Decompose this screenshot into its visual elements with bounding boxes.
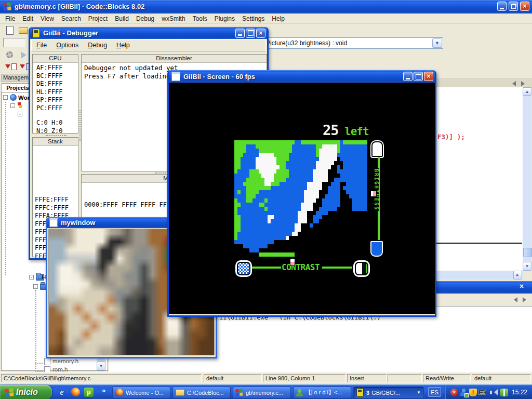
debugger-menu-debug[interactable]: Debug xyxy=(83,41,112,50)
taskbar-button-label: 【j o r d i】<... xyxy=(305,389,342,396)
menu-project[interactable]: Project xyxy=(85,14,111,23)
main-window-title: gb\memory.c [GiiBii] - Code::Blocks 8.02 xyxy=(15,3,144,10)
volume-icon[interactable] xyxy=(490,389,498,396)
language-indicator[interactable]: ES xyxy=(428,387,441,397)
screen-minimize-button[interactable] xyxy=(403,72,413,81)
main-restore-button[interactable] xyxy=(509,2,518,11)
menu-debug[interactable]: Debug xyxy=(132,14,158,23)
taskbar-button-messenger[interactable]: 【j o r d i】<... xyxy=(293,387,351,398)
open-file-icon[interactable] xyxy=(19,27,28,34)
messenger-tray-icon[interactable] xyxy=(460,389,468,396)
firefox-icon xyxy=(115,389,123,396)
start-button[interactable]: Inicio xyxy=(0,385,52,399)
tree-item-memory-h[interactable]: memory.h xyxy=(52,358,78,364)
editor-scroll-up-icon[interactable]: ▲ xyxy=(523,87,531,96)
security-warning-icon[interactable]: ! xyxy=(469,389,477,396)
menu-settings[interactable]: Settings xyxy=(238,14,268,23)
menu-plugins[interactable]: Plugins xyxy=(211,14,238,23)
menu-build[interactable]: Build xyxy=(111,14,132,23)
debugger-menu-options[interactable]: Options xyxy=(51,41,83,50)
firefox-icon[interactable] xyxy=(71,388,80,397)
cpu-panel: CPU AF:FFFF BC:FFFF DE:FFFF HL:FFFF SP:F… xyxy=(32,54,78,134)
register-bc: BC:FFFF xyxy=(36,72,78,81)
screen-titlebar[interactable]: GiiBii - Screen - 60 fps × xyxy=(169,70,435,83)
screen-close-button[interactable]: × xyxy=(424,72,433,81)
menu-view[interactable]: View xyxy=(37,14,58,23)
debug-run-to-cursor-icon[interactable] xyxy=(20,64,25,71)
subfolder-expander[interactable]: - xyxy=(33,284,38,289)
tab-scroll-right-icon[interactable] xyxy=(521,81,527,86)
taskbar-button-label: GB/GBC/... xyxy=(371,390,400,396)
debug-doc-icon[interactable] xyxy=(11,63,17,70)
mywindow-title: mywindow xyxy=(61,219,95,227)
taskbar-button-explorer[interactable]: C:\CodeBloc... xyxy=(172,387,231,398)
editor-code-fragment: F3)] ); xyxy=(437,133,465,141)
toolbar-combo-placeholder[interactable] xyxy=(3,38,26,47)
contrast-label: CONTRAST xyxy=(282,262,320,272)
symbol-combobox[interactable]: Picture(u32 brightness) : void ▼ xyxy=(262,37,443,49)
contrast-track-right xyxy=(322,267,352,269)
build-options-gear-icon[interactable] xyxy=(6,51,13,58)
debugger-menu-help[interactable]: Help xyxy=(112,41,135,50)
editor-scroll-down-icon[interactable]: ▼ xyxy=(523,262,531,271)
headers-expander[interactable]: - xyxy=(29,275,34,280)
tree-scroll-down-icon[interactable]: ▼ xyxy=(97,362,105,370)
taskbar-button-codeblocks[interactable]: gb\memory.c... xyxy=(233,387,291,398)
language-code: ES xyxy=(431,389,438,395)
menu-tools[interactable]: Tools xyxy=(189,14,211,23)
internet-explorer-icon[interactable]: e xyxy=(57,388,66,397)
clock[interactable]: 15:22 xyxy=(512,389,527,396)
gameboy-lcd: 25 left BRIGHTNESS CONTRAST xyxy=(169,83,435,314)
main-close-button[interactable]: × xyxy=(520,2,529,11)
register-sp: SP:FFFF xyxy=(36,96,78,104)
debugger-titlebar[interactable]: GiiBii - Debugger × xyxy=(30,27,267,39)
debugger-menubar: FileOptionsDebugHelp xyxy=(31,39,266,51)
menu-help[interactable]: Help xyxy=(268,14,288,23)
giibii-screen-window: GiiBii - Screen - 60 fps × 25 left BRIGH… xyxy=(167,70,436,317)
logs-tab-right-icon[interactable] xyxy=(523,297,529,302)
editor-vscroll-thumb[interactable] xyxy=(523,248,532,257)
editor-divider-line xyxy=(436,243,522,244)
status-encoding: default xyxy=(204,374,262,382)
debugger-maximize-button[interactable] xyxy=(246,29,255,38)
update-package-icon[interactable] xyxy=(500,389,508,396)
menu-wxsmith[interactable]: wxSmith xyxy=(158,14,189,23)
keyboard-status-icon[interactable]: ✓ xyxy=(478,390,486,395)
taskbar-button-giibii-group[interactable]: 3 GB/GBC/... ▼ xyxy=(353,387,424,398)
quicklaunch-chevron[interactable]: » xyxy=(102,387,105,394)
debugger-menu-file[interactable]: File xyxy=(32,41,51,50)
workspace-expander[interactable]: - xyxy=(3,95,8,100)
utorrent-icon[interactable]: µ xyxy=(84,388,94,397)
contrast-low-icon xyxy=(237,262,250,275)
logs-tab-left-icon[interactable] xyxy=(511,297,517,302)
codeblocks-logo-icon xyxy=(236,389,244,396)
register-pc: PC:FFFF xyxy=(36,104,78,113)
menu-file[interactable]: File xyxy=(2,14,19,23)
main-titlebar[interactable]: gb\memory.c [GiiBii] - Code::Blocks 8.02… xyxy=(0,0,532,14)
subnode-expander[interactable]: - xyxy=(18,112,22,116)
cpu-stack-splitter[interactable] xyxy=(46,135,66,136)
logs-close-icon[interactable]: × xyxy=(520,282,524,290)
status-empty-field xyxy=(388,374,422,382)
main-minimize-button[interactable] xyxy=(497,2,507,11)
editor-vscrollbar[interactable]: ▲ ▼ xyxy=(523,87,531,271)
tab-scroll-left-icon[interactable] xyxy=(510,81,516,86)
taskbar-button-firefox[interactable]: Welcome - O... xyxy=(112,387,170,398)
new-file-icon[interactable] xyxy=(6,26,14,35)
project-expander[interactable]: - xyxy=(10,103,15,108)
menu-search[interactable]: Search xyxy=(58,14,85,23)
register-af: AF:FFFF xyxy=(36,64,78,72)
taskbar-button-label: Welcome - O... xyxy=(126,390,164,396)
register-de: DE:FFFF xyxy=(36,80,78,88)
editor-scroll-right-icon[interactable]: ► xyxy=(513,271,522,280)
symbol-combo-dropdown-icon[interactable]: ▼ xyxy=(432,38,442,48)
debugger-close-button[interactable]: × xyxy=(256,29,265,38)
debug-step-icon[interactable] xyxy=(5,64,10,71)
start-label: Inicio xyxy=(16,388,38,397)
window-default-icon xyxy=(49,218,58,227)
debugger-minimize-button[interactable] xyxy=(235,29,245,38)
security-alert-icon[interactable]: × xyxy=(450,389,458,396)
menu-edit[interactable]: Edit xyxy=(19,14,37,23)
debugger-vertical-splitter[interactable] xyxy=(79,110,81,141)
screen-maximize-button[interactable] xyxy=(414,72,423,81)
